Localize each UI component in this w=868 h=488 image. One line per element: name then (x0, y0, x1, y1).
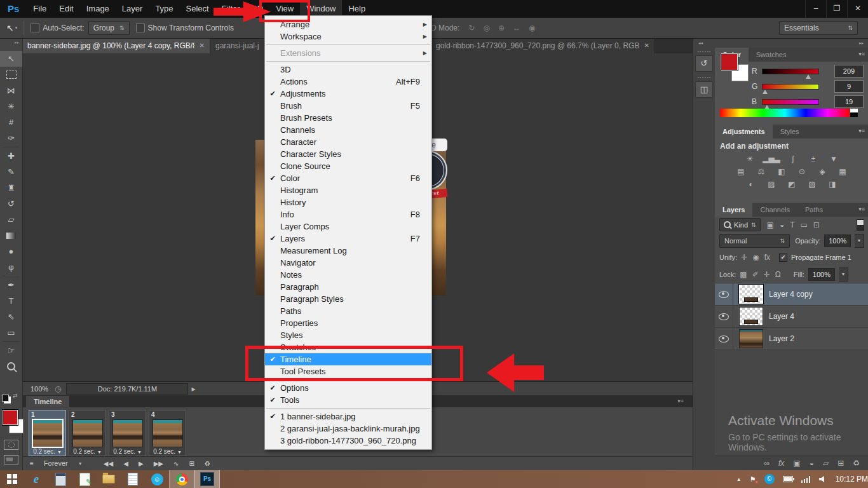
layer-thumbnail[interactable] (739, 329, 763, 348)
timeline-tab[interactable]: Timeline (26, 396, 69, 408)
channel-value[interactable]: 9 (834, 80, 864, 93)
filter-smart-objects-icon[interactable]: ⊡ (813, 220, 820, 229)
unify-position-icon[interactable]: ✛ (741, 253, 747, 262)
black-swatch[interactable] (850, 112, 858, 117)
history-brush-tool[interactable]: ↺ (0, 196, 22, 212)
timeline-frame[interactable]: 10.2 sec. ▼ (29, 410, 66, 456)
panel-menu-icon[interactable]: ▾≡ (858, 128, 865, 134)
adjustments-tab-adjustments[interactable]: Adjustments (715, 125, 773, 139)
tool-preset-arrow-icon[interactable]: ▾ (15, 25, 18, 30)
layer-thumbnail[interactable] (739, 285, 763, 304)
slider-thumb-icon[interactable] (806, 74, 811, 79)
window-restore-button[interactable]: ❐ (826, 0, 847, 18)
new-group-icon[interactable]: ▱ (823, 459, 829, 468)
taskbar-notepad[interactable] (121, 470, 145, 488)
filter-shape-layers-icon[interactable]: ▭ (801, 220, 808, 229)
taskbar-photoshop[interactable] (194, 470, 220, 488)
window-menu-item-paragraph-styles[interactable]: Paragraph Styles (265, 293, 431, 305)
window-menu-item-histogram[interactable]: Histogram (265, 184, 431, 196)
move-tool[interactable]: ↖ (0, 51, 22, 67)
tray-volume[interactable] (819, 475, 828, 483)
taskbar-internet-explorer[interactable] (24, 470, 48, 488)
exposure-icon[interactable]: ± (806, 153, 821, 165)
tray-hidden-icons[interactable]: ▲ (736, 477, 742, 482)
window-menu-item-properties[interactable]: Properties (265, 317, 431, 329)
window-menu-item-layers[interactable]: ✔LayersF7 (265, 233, 431, 245)
clone-stamp-tool[interactable]: ♜ (0, 180, 22, 196)
toolbar-collapse-icon[interactable]: ▸▸ (0, 38, 22, 46)
layer-row[interactable]: Layer 4 (715, 306, 868, 328)
window-close-button[interactable]: ✕ (847, 0, 868, 18)
slider-thumb-icon[interactable] (763, 90, 768, 94)
duplicate-frame-button[interactable]: ⊞ (189, 460, 194, 467)
window-menu-item-info[interactable]: InfoF8 (265, 208, 431, 220)
add-layer-mask-icon[interactable]: ▣ (793, 459, 800, 468)
window-minimize-button[interactable]: – (805, 0, 826, 18)
path-selection-tool[interactable]: ⇖ (0, 309, 22, 325)
curves-icon[interactable]: ʃ (785, 153, 801, 165)
photo-filter-icon[interactable]: ⊙ (794, 166, 810, 177)
window-menu-item-clone-source[interactable]: Clone Source (265, 160, 431, 172)
layers-tab-paths[interactable]: Paths (797, 203, 831, 217)
type-tool[interactable]: T (0, 293, 22, 309)
window-menu-item-3-gold-ribbon-1477300-960-720-png[interactable]: 3 gold-ribbon-1477300_960_720.png (265, 435, 431, 447)
panel-menu-icon[interactable]: ▾≡ (677, 398, 684, 404)
tray-battery[interactable] (783, 476, 793, 482)
filter-toggle[interactable] (857, 219, 864, 231)
shape-tool[interactable]: ▭ (0, 325, 22, 341)
tray-network[interactable] (801, 476, 811, 483)
new-layer-icon[interactable]: ⊞ (837, 459, 844, 468)
window-menu-item-color[interactable]: ✔ColorF6 (265, 172, 431, 184)
timeline-frame[interactable]: 20.2 sec. ▼ (69, 410, 106, 456)
eraser-tool[interactable]: ▱ (0, 212, 22, 227)
collapse-dock-icon[interactable]: ▸▸ (859, 41, 864, 46)
lasso-tool[interactable]: ⋈ (0, 83, 22, 98)
vibrance-icon[interactable]: ▼ (826, 153, 841, 165)
link-layers-icon[interactable]: ∞ (764, 459, 770, 468)
frame-duration[interactable]: 0.2 sec. ▼ (29, 448, 65, 455)
taskbar-editor[interactable] (72, 470, 97, 488)
rectangular-marquee-tool[interactable] (0, 67, 22, 83)
filter-pixel-layers-icon[interactable]: ▣ (767, 220, 774, 229)
visibility-toggle[interactable] (715, 328, 733, 349)
propagate-checkbox[interactable]: ✔ (779, 254, 787, 262)
gradient-tool[interactable] (0, 227, 22, 243)
frame-duration[interactable]: 0.2 sec. ▼ (109, 448, 146, 455)
window-menu-item-extensions[interactable]: Extensions▶ (265, 47, 431, 59)
hue-saturation-icon[interactable]: ▤ (733, 166, 749, 177)
first-frame-button[interactable]: ◀◀ (104, 460, 113, 467)
timeline-frame[interactable]: 40.2 sec. ▼ (149, 410, 186, 456)
taskbar-chrome[interactable] (169, 470, 194, 488)
channel-mixer-icon[interactable]: ◈ (815, 166, 830, 177)
window-menu-item-styles[interactable]: Styles (265, 329, 431, 341)
healing-brush-tool[interactable]: ✚ (0, 148, 22, 164)
window-menu-item-brush-presets[interactable]: Brush Presets (265, 112, 431, 124)
window-menu-item-paths[interactable]: Paths (265, 305, 431, 317)
window-menu-item-brush[interactable]: BrushF5 (265, 100, 431, 112)
menubar-item-edit[interactable]: Edit (53, 0, 79, 18)
window-menu-item-adjustments[interactable]: ✔Adjustments (265, 88, 431, 100)
tab-close-icon[interactable]: ✕ (639, 38, 649, 53)
convert-to-video-timeline-button[interactable]: ≡ (30, 460, 34, 467)
quick-mask-button[interactable] (4, 440, 18, 450)
layers-tab-layers[interactable]: Layers (715, 203, 752, 217)
foreground-color-swatch[interactable] (721, 53, 738, 71)
crop-tool[interactable]: # (0, 114, 22, 130)
layer-thumbnail[interactable] (739, 307, 763, 326)
tween-button[interactable]: ∿ (173, 460, 179, 467)
screen-mode-button[interactable] (4, 455, 18, 464)
window-menu-item-channels[interactable]: Channels (265, 124, 431, 136)
channel-value[interactable]: 209 (834, 65, 864, 78)
channel-slider[interactable] (762, 84, 819, 90)
fill-value[interactable]: 100% (808, 268, 835, 281)
frame-duration[interactable]: 0.2 sec. ▼ (69, 448, 105, 455)
opacity-value[interactable]: 100% (824, 234, 851, 247)
selective-color-icon[interactable]: ▧ (804, 179, 820, 190)
loop-selector[interactable]: Forever▼ (44, 459, 93, 467)
properties-panel-icon[interactable]: ◫ (695, 81, 713, 98)
channel-slider[interactable] (762, 69, 819, 74)
fill-dropdown-icon[interactable]: ▼ (839, 268, 848, 281)
new-adjustment-layer-icon[interactable]: ◒ (810, 459, 814, 468)
auto-select-scope-dropdown[interactable]: Group ⇅ (88, 21, 130, 35)
tab-close-icon[interactable]: ✕ (194, 38, 205, 53)
